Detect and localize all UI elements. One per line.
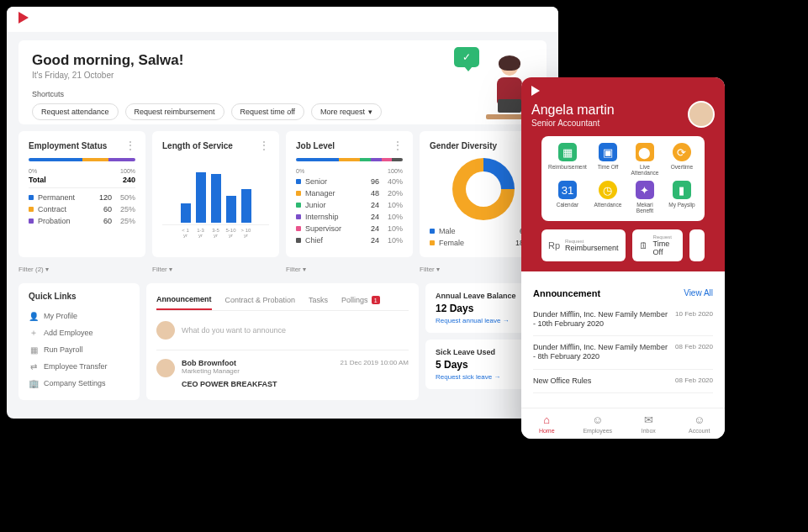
reimbursement-icon: ▦: [558, 143, 577, 161]
announcement-item[interactable]: Dunder Mifflin, Inc. New Family Member -…: [533, 336, 713, 370]
app-attendance[interactable]: ◷Attendance: [592, 181, 624, 213]
tab-announcement[interactable]: Announcement: [156, 290, 212, 310]
filter-dropdown[interactable]: Filter ▾: [152, 262, 279, 277]
app-overtime[interactable]: ⟳Overtime: [666, 143, 698, 176]
overtime-icon: ⟳: [673, 143, 691, 161]
employees-icon: ☺: [592, 413, 603, 426]
add-user-icon: ＋: [29, 328, 39, 338]
announcement-panel: Announcement Contract & Probation Tasks …: [146, 283, 419, 400]
user-role: Senior Accountant: [531, 119, 715, 128]
mobile-app: Angela martin Senior Accountant ▦Reimbur…: [521, 77, 725, 439]
view-all-link[interactable]: View All: [684, 288, 713, 298]
length-bar-chart: [162, 158, 269, 225]
app-calendar[interactable]: 31Calendar: [548, 181, 587, 213]
card-title: Gender Diversity: [430, 141, 497, 150]
request-buttons-row: Rp RequestReimbursement 🗓 RequestTime Of…: [541, 229, 705, 261]
card-title: Length of Service: [162, 141, 233, 150]
nav-inbox[interactable]: ✉Inbox: [623, 408, 674, 439]
clock-icon: ◷: [599, 181, 617, 199]
announcement-item[interactable]: Dunder Mifflin, Inc. New Family Member -…: [533, 303, 713, 337]
pollings-badge: 1: [372, 296, 380, 304]
account-icon: ☺: [694, 413, 705, 426]
announce-placeholder: What do you want to announce: [182, 326, 286, 334]
card-title: Employment Status: [29, 141, 107, 150]
tab-pollings[interactable]: Pollings1: [341, 290, 380, 310]
brand-logo-icon: [18, 12, 29, 24]
app-my-payslip[interactable]: ▮My Payslip: [666, 181, 698, 213]
request-attendance-button[interactable]: Request attendance: [32, 103, 119, 120]
stats-cards-row: Employment Status⋮ 0%100% Total240 Perma…: [18, 131, 547, 257]
announcement-post: Bob BrownfootMarketing Manager21 Dec 201…: [156, 350, 409, 397]
mobile-header: Angela martin Senior Accountant ▦Reimbur…: [521, 77, 725, 271]
filter-row: Filter (2) ▾ Filter ▾ Filter ▾ Filter ▾: [18, 262, 547, 277]
card-menu-icon[interactable]: ⋮: [125, 140, 135, 151]
post-title: CEO POWER BREAKFAST: [182, 380, 409, 388]
request-reimbursement-button[interactable]: Request reimbursement: [125, 103, 224, 120]
quick-links-panel: Quick Links 👤My Profile ＋Add Employee ▦R…: [18, 283, 140, 400]
ql-add-employee[interactable]: ＋Add Employee: [29, 324, 129, 341]
calendar-icon: 31: [558, 181, 577, 199]
mobile-bottom-nav: ⌂Home ☺Employees ✉Inbox ☺Account: [521, 408, 725, 439]
job-level-card: Job Level⋮ 0%100% Senior9640% Manager482…: [286, 131, 413, 257]
hero-card: Good morning, Salwa! It's Friday, 21 Oct…: [18, 40, 547, 124]
more-request-button[interactable]: More request▾: [311, 103, 382, 120]
topbar: [7, 7, 558, 32]
tab-contract[interactable]: Contract & Probation: [225, 290, 296, 310]
nav-employees[interactable]: ☺Employees: [573, 408, 624, 439]
card-title: Job Level: [296, 141, 335, 150]
post-avatar-icon: [156, 359, 175, 377]
building-icon: 🏢: [29, 378, 39, 388]
payroll-icon: ▦: [29, 345, 39, 355]
quick-links-title: Quick Links: [29, 292, 129, 301]
app-live-attendance[interactable]: ⬤Live Attendance: [629, 143, 661, 176]
ql-company-settings[interactable]: 🏢Company Settings: [29, 375, 129, 392]
inbox-icon: ✉: [644, 413, 653, 426]
mobile-logo-icon: [531, 86, 540, 96]
length-of-service-card: Length of Service⋮ < 1 yr1-3 yr3-5 yr5-1…: [152, 131, 279, 257]
app-mekari-benefit[interactable]: ✦Mekari Benefit: [629, 181, 661, 213]
card-menu-icon[interactable]: ⋮: [393, 140, 403, 151]
user-avatar-icon: [156, 321, 175, 340]
app-grid: ▦Reimbursement ▣Time Off ⬤Live Attendanc…: [541, 136, 705, 221]
announcement-item[interactable]: New Office Rules08 Feb 2020: [533, 370, 713, 393]
transfer-icon: ⇄: [29, 361, 39, 371]
calendar-icon: 🗓: [639, 240, 648, 250]
rp-icon: Rp: [548, 240, 560, 250]
nav-home[interactable]: ⌂Home: [521, 408, 573, 439]
home-icon: ⌂: [543, 413, 550, 426]
payslip-icon: ▮: [673, 181, 691, 199]
user-avatar-icon[interactable]: [688, 101, 715, 128]
timeoff-icon: ▣: [599, 143, 617, 161]
desktop-dashboard: Good morning, Salwa! It's Friday, 21 Oct…: [7, 7, 558, 419]
bottom-row: Quick Links 👤My Profile ＋Add Employee ▦R…: [18, 283, 547, 400]
chevron-down-icon: ▾: [368, 108, 372, 116]
filter-dropdown[interactable]: Filter ▾: [286, 262, 413, 277]
app-timeoff[interactable]: ▣Time Off: [592, 143, 624, 176]
nav-account[interactable]: ☺Account: [674, 408, 726, 439]
benefit-icon: ✦: [636, 181, 654, 199]
tab-tasks[interactable]: Tasks: [309, 290, 328, 310]
gender-donut-chart: [452, 158, 515, 220]
tabs: Announcement Contract & Probation Tasks …: [156, 283, 409, 311]
live-attendance-icon: ⬤: [636, 143, 654, 161]
ql-employee-transfer[interactable]: ⇄Employee Transfer: [29, 358, 129, 375]
mobile-body: Announcement View All Dunder Mifflin, In…: [521, 280, 725, 393]
request-more-button[interactable]: [689, 229, 705, 261]
ql-my-profile[interactable]: 👤My Profile: [29, 308, 129, 324]
announcement-section-title: Announcement: [533, 288, 600, 298]
speech-check-icon: ✓: [454, 47, 479, 67]
app-reimbursement[interactable]: ▦Reimbursement: [548, 143, 587, 176]
user-icon: 👤: [29, 311, 39, 321]
request-reimbursement-button[interactable]: Rp RequestReimbursement: [541, 229, 626, 261]
card-menu-icon[interactable]: ⋮: [259, 140, 269, 151]
request-timeoff-button[interactable]: Request time off: [231, 103, 304, 120]
employment-status-card: Employment Status⋮ 0%100% Total240 Perma…: [18, 131, 145, 257]
filter-dropdown[interactable]: Filter (2) ▾: [18, 262, 145, 277]
announce-input[interactable]: What do you want to announce: [156, 311, 409, 350]
request-timeoff-button[interactable]: 🗓 RequestTime Off: [632, 229, 683, 261]
ql-run-payroll[interactable]: ▦Run Payroll: [29, 341, 129, 358]
